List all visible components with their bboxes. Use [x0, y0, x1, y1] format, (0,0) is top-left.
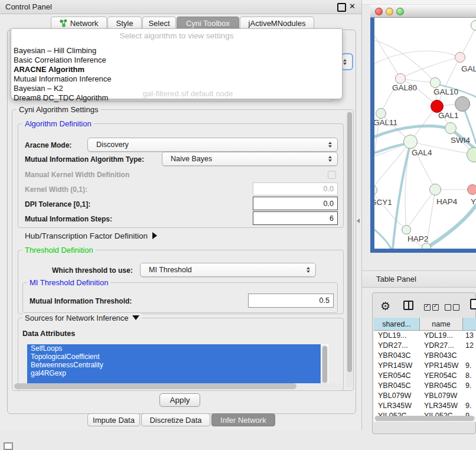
table-row[interactable]: YER054CYER054C8. — [374, 371, 476, 381]
node-label: GAL — [461, 64, 476, 73]
tab-label: Infer Network — [220, 416, 266, 425]
sources-title-text: Sources for Network Inference — [25, 314, 129, 322]
table-row[interactable]: YBR045CYBR045C9. — [374, 381, 476, 391]
new-table-icon[interactable] — [470, 299, 476, 309]
list-item[interactable]: gal4RGexp — [27, 369, 321, 377]
table-row[interactable]: YPR145WYPR145W9. — [374, 361, 476, 371]
network-node[interactable] — [430, 77, 441, 88]
table-panel-title: Table Panel — [376, 275, 416, 283]
network-node[interactable] — [422, 243, 431, 249]
table-cell: 13 — [463, 331, 476, 341]
tab-impute-data[interactable]: Impute Data — [87, 413, 140, 426]
table-body: YDL19...YDL19...13YDR27...YDR27...12YBR0… — [374, 331, 476, 421]
node-label: SWI4 — [451, 136, 470, 145]
algorithm-option[interactable]: ARACNE Algorithm — [11, 65, 342, 74]
control-panel-title: Control Panel — [5, 2, 52, 11]
tab-discretize-data[interactable]: Discretize Data — [141, 413, 210, 426]
table-row[interactable]: YLR345WYLR345W9. — [374, 401, 476, 411]
table-horizontal-scrollbar[interactable] — [374, 416, 475, 421]
network-node[interactable] — [402, 225, 411, 234]
close-window-icon[interactable] — [375, 8, 383, 15]
tab-infer-network[interactable]: Infer Network — [211, 413, 275, 426]
aracne-mode-value: Discovery — [96, 141, 129, 149]
network-window-titlebar[interactable] — [370, 5, 476, 18]
sources-group-title[interactable]: Sources for Network Inference — [22, 314, 142, 322]
table-header-row: shared... name — [374, 318, 476, 331]
table-row[interactable]: YDR27...YDR27...12 — [374, 341, 476, 351]
tab-cyni-toolbox[interactable]: Cyni Toolbox — [177, 17, 239, 30]
select-all-checkboxes-icon[interactable] — [424, 302, 441, 313]
tab-style[interactable]: Style — [107, 17, 142, 30]
columns-icon[interactable] — [403, 301, 413, 310]
settings-vertical-scrollbar[interactable] — [346, 111, 353, 387]
node-label: HAP4 — [436, 197, 457, 206]
network-node[interactable] — [455, 52, 465, 63]
table-cell: YBL079W — [420, 391, 463, 401]
algorithm-combo-button[interactable] — [341, 53, 353, 70]
network-node[interactable] — [376, 108, 386, 119]
splitter-collapse-arrow[interactable] — [357, 219, 360, 223]
table-cell: YLR345W — [374, 401, 420, 411]
tab-jactivemnodules[interactable]: jActiveMNodules — [240, 17, 314, 30]
threshold-definition-title: Threshold Definition — [22, 246, 96, 255]
apply-button[interactable]: Apply — [159, 393, 200, 407]
column-header[interactable]: shared... — [374, 318, 420, 331]
mi-steps-input[interactable]: 6 — [253, 211, 338, 225]
zoom-window-icon[interactable] — [396, 8, 404, 15]
network-node[interactable] — [429, 184, 441, 195]
algorithm-option[interactable]: Bayesian – K2 — [11, 84, 342, 93]
expander-collapsed-icon — [152, 232, 157, 239]
table-cell: YBR043C — [420, 351, 463, 361]
list-item[interactable]: SelfLoops — [27, 344, 321, 353]
list-vertical-scrollbar[interactable] — [321, 345, 328, 385]
expander-expanded-icon — [132, 315, 139, 320]
column-header[interactable]: name — [420, 318, 463, 331]
list-item[interactable]: TopologicalCoefficient — [27, 353, 321, 361]
aracne-mode-combo[interactable]: Discovery — [87, 138, 338, 152]
float-panel-icon[interactable] — [337, 3, 346, 12]
mit-input[interactable]: 0.5 — [248, 294, 334, 308]
close-panel-icon[interactable]: ✕ — [349, 2, 356, 11]
node-label: GAL80 — [392, 83, 417, 92]
which-threshold-combo[interactable]: MI Threshold — [140, 263, 316, 277]
table-row[interactable]: YBR043CYBR043C — [374, 351, 476, 361]
deselect-all-checkboxes-icon[interactable] — [445, 302, 461, 313]
table-cell — [463, 351, 476, 361]
algorithm-option[interactable]: Bayesian – Hill Climbing — [11, 46, 342, 56]
hub-definition-expander[interactable]: Hub/Transcription Factor Definition — [25, 231, 157, 240]
gear-icon[interactable]: ⚙ — [380, 299, 390, 312]
network-node[interactable] — [455, 96, 470, 112]
dpi-tolerance-input[interactable]: 0.0 — [253, 197, 338, 210]
network-node[interactable] — [467, 184, 476, 195]
manual-kernel-label: Manual Kernel Width Definition — [25, 171, 129, 179]
mi-type-combo[interactable]: Naive Bayes — [162, 152, 338, 166]
algorithm-option[interactable]: Mutual Information Inference — [11, 74, 342, 84]
node-label: GAL1 — [438, 111, 459, 120]
network-node[interactable] — [403, 135, 418, 149]
column-header[interactable] — [463, 318, 476, 331]
network-node[interactable] — [445, 122, 457, 134]
tab-label: Discretize Data — [149, 416, 201, 425]
network-window: GALGAL80GAL10GAL1GAL11SWI4GAL4GCY1HAP4YH… — [370, 5, 476, 253]
table-cell: YDR27... — [420, 341, 463, 351]
tab-network[interactable]: Network — [51, 17, 107, 30]
algorithm-option[interactable]: Basic Correlation Inference — [11, 56, 342, 65]
minimize-window-icon[interactable] — [386, 8, 393, 15]
network-node[interactable] — [395, 73, 406, 84]
tab-label: Select — [148, 19, 169, 28]
algorithm-option[interactable]: Dream8 DC_TDC Algorithm — [11, 93, 342, 103]
table-cell: 9. — [463, 381, 476, 391]
manual-kernel-checkbox[interactable] — [328, 171, 336, 179]
algorithm-dropdown-popup: Select algorithm to view settings Bayesi… — [11, 28, 343, 99]
list-item[interactable]: BetweennessCentrality — [27, 361, 321, 369]
settings-horizontal-scrollbar[interactable] — [14, 383, 343, 389]
app-root: Control Panel ✕ Network Style Select Cyn… — [0, 0, 476, 450]
table-row[interactable]: YBL079WYBL079W — [374, 391, 476, 401]
mit-value: 0.5 — [319, 296, 330, 305]
kernel-width-input[interactable]: 0.0 — [253, 182, 338, 195]
network-canvas[interactable]: GALGAL80GAL10GAL1GAL11SWI4GAL4GCY1HAP4YH… — [374, 18, 476, 249]
table-row[interactable]: YDL19...YDL19...13 — [374, 331, 476, 341]
minimized-panel-icon[interactable] — [4, 442, 13, 450]
table-panel-titlebar: Table Panel — [362, 270, 476, 288]
tab-select[interactable]: Select — [142, 17, 176, 30]
